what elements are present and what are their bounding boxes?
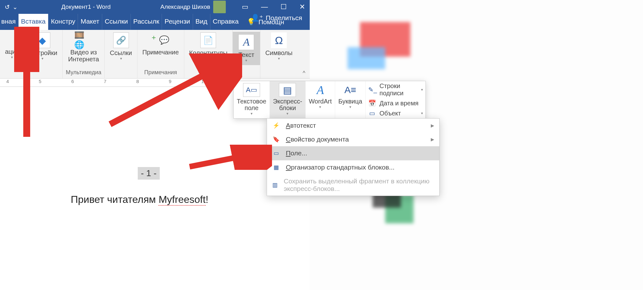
page-number-field[interactable]: - 1 - — [138, 167, 160, 180]
undo-icon[interactable]: ↺ — [2, 2, 13, 12]
textbox-button[interactable]: A▭ Текстовое поле▾ — [234, 81, 270, 118]
text-button[interactable]: A Текст▾ — [233, 32, 260, 65]
tab-mailings[interactable]: Рассылк — [130, 14, 162, 30]
quick-parts-button[interactable]: ▤ Экспресс- блоки▾ — [270, 81, 306, 118]
save-selection-icon: ▥ — [272, 181, 278, 188]
signature-icon: ✎_ — [368, 86, 376, 93]
tab-help[interactable]: Справка — [210, 14, 241, 30]
menu-building-blocks[interactable]: ▦ Организатор стандартных блоков... — [267, 160, 439, 174]
avatar — [213, 1, 226, 13]
organizer-icon: ▦ — [272, 164, 280, 171]
chevron-right-icon: ▶ — [431, 123, 434, 128]
ribbon-display-icon[interactable]: ▭ — [242, 3, 248, 11]
dropcap-icon: A≡ — [342, 83, 359, 97]
text-icon: A — [238, 34, 254, 50]
user-account[interactable]: Александр Шихов — [160, 1, 226, 13]
object-button[interactable]: ▭Объект▾ — [368, 109, 423, 117]
body-text[interactable]: Привет читателям Myfreesoft! — [71, 194, 208, 205]
date-icon: 📅 — [368, 99, 376, 107]
quick-parts-icon: ▤ — [279, 83, 296, 97]
link-icon: 🔗 — [113, 32, 129, 48]
video-icon: 🎞️🌐 — [74, 32, 93, 47]
omega-icon: Ω — [271, 32, 287, 48]
chevron-right-icon: ▶ — [431, 137, 434, 142]
date-time-button[interactable]: 📅Дата и время — [368, 99, 423, 107]
illustrations-split-button[interactable]: ации▾ — [3, 32, 21, 60]
header-footer-button[interactable]: 📄 Колонтитулы▾ — [187, 32, 230, 61]
qat-more-icon[interactable]: ⌄ — [13, 3, 22, 11]
autotext-icon: ⚡ — [272, 122, 280, 129]
tab-insert[interactable]: Вставка — [18, 14, 48, 30]
tab-review[interactable]: Рецензи — [162, 14, 192, 30]
doc-property-icon: 🔖 — [272, 136, 280, 143]
comment-icon: ＋💬 — [151, 32, 170, 47]
tab-references[interactable]: Ссылки — [102, 14, 130, 30]
menu-save-selection: ▥ Сохранить выделенный фрагмент в коллек… — [267, 174, 439, 196]
dropcap-button[interactable]: A≡ Буквица▾ — [335, 81, 366, 118]
header-footer-icon: 📄 — [200, 32, 216, 48]
ribbon-tabs: вная Вставка Констру Макет Ссылки Рассыл… — [0, 14, 310, 30]
wordart-button[interactable]: A WordArt▾ — [306, 81, 335, 118]
menu-field[interactable]: ▭ Поле... — [267, 146, 439, 160]
ribbon: ации▾ ◆ адстройки▾ 🎞️🌐 Видео из Интернет… — [0, 30, 310, 79]
tab-design[interactable]: Констру — [48, 14, 78, 30]
object-icon: ▭ — [368, 109, 376, 117]
field-icon: ▭ — [272, 150, 280, 157]
links-button[interactable]: 🔗 Ссылки▾ — [108, 32, 134, 61]
user-name: Александр Шихов — [160, 3, 210, 10]
quick-parts-menu: ⚡ Автотекст ▶ 🔖 Свойство документа ▶ ▭ П… — [267, 118, 440, 196]
symbols-button[interactable]: Ω Символы▾ — [264, 32, 295, 61]
addins-button[interactable]: ◆ адстройки▾ — [25, 32, 59, 61]
group-comments-label: Примечания — [144, 69, 177, 77]
maximize-icon[interactable]: ☐ — [280, 3, 287, 11]
share-button[interactable]: 👤⁺ Поделиться — [247, 14, 307, 22]
comment-button[interactable]: ＋💬 Примечание — [141, 32, 181, 56]
titlebar: ↺ ⌄ Документ1 - Word Александр Шихов ▭ —… — [0, 0, 310, 14]
online-video-button[interactable]: 🎞️🌐 Видео из Интернета — [66, 32, 101, 63]
wordart-icon: A — [312, 83, 329, 97]
tab-view[interactable]: Вид — [193, 14, 210, 30]
tab-home[interactable]: вная — [0, 14, 18, 30]
text-gallery-popout: A▭ Текстовое поле▾ ▤ Экспресс- блоки▾ A … — [233, 81, 426, 119]
tab-layout[interactable]: Макет — [78, 14, 102, 30]
share-icon: 👤⁺ — [251, 14, 263, 22]
minimize-icon[interactable]: — — [261, 3, 268, 11]
share-label: Поделиться — [266, 14, 302, 22]
signature-line-button[interactable]: ✎_Строки подписи▾ — [368, 82, 423, 97]
close-icon[interactable]: ✕ — [299, 3, 305, 11]
menu-autotext[interactable]: ⚡ Автотекст ▶ — [267, 119, 439, 132]
document-title: Документ1 - Word — [61, 3, 111, 10]
textbox-icon: A▭ — [243, 83, 260, 97]
group-multimedia-label: Мультимедиа — [66, 69, 101, 77]
addins-icon: ◆ — [35, 32, 50, 48]
menu-doc-property[interactable]: 🔖 Свойство документа ▶ — [267, 132, 439, 146]
collapse-ribbon-icon[interactable]: ^ — [303, 70, 305, 76]
